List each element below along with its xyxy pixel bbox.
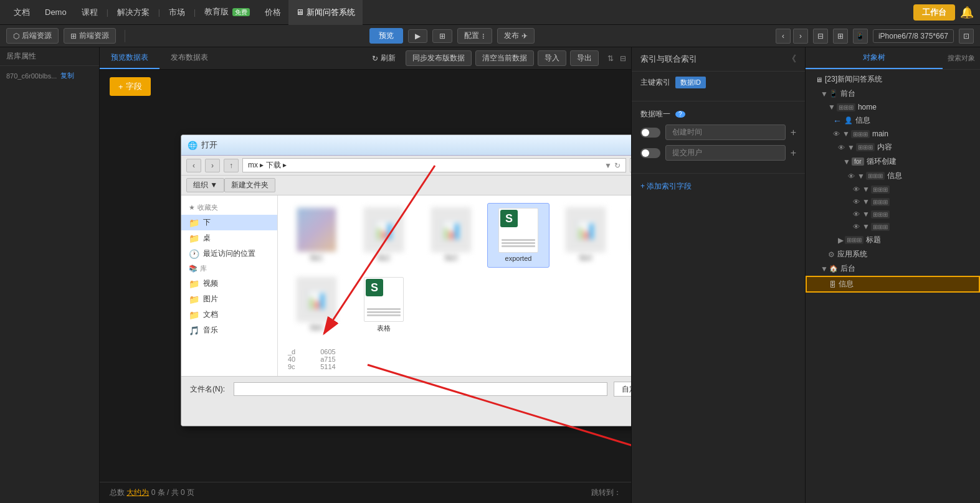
tree-arrow-extra1[interactable]: ▼ xyxy=(862,185,870,194)
filetype-select[interactable]: 自定义文件 xyxy=(614,382,631,397)
add-field-button[interactable]: + 字段 xyxy=(110,77,151,96)
file-item-blurred3[interactable]: 📊 file3 xyxy=(420,203,482,268)
file-item-blurred5[interactable]: 📊 file5 xyxy=(622,203,631,268)
tree-item-frontend[interactable]: ▼ 📱 前台 xyxy=(806,87,980,101)
tree-item-appsys[interactable]: ⚙ 应用系统 xyxy=(806,247,980,261)
filename-input[interactable] xyxy=(234,382,607,396)
file-item-blurred6[interactable]: 📊 file6 xyxy=(285,273,348,338)
preview-button[interactable]: 预览 xyxy=(369,28,403,44)
tree-arrow-backend[interactable]: ▼ xyxy=(821,265,828,273)
sort-icon[interactable]: ⇅ xyxy=(607,54,614,63)
submitter-toggle[interactable] xyxy=(640,148,660,158)
unique-help-btn[interactable]: ? xyxy=(675,111,685,118)
sidebar-music[interactable]: 🎵 音乐 xyxy=(181,322,277,338)
device-label[interactable]: iPhone6/7/8 375*667 xyxy=(873,29,954,43)
file-item-blurred2[interactable]: 📊 file2 xyxy=(353,203,415,268)
path-dropdown-icon[interactable]: ▼ xyxy=(604,161,612,170)
tree-arrow-content[interactable]: ▼ xyxy=(847,143,855,152)
grid-view-btn[interactable]: ⊞ xyxy=(432,29,452,43)
tree-arrow-extra4[interactable]: ▼ xyxy=(862,222,870,231)
tree-item-extra4[interactable]: 👁 ▼ ⊞⊞⊞ xyxy=(806,220,980,233)
tree-item-extra1[interactable]: 👁 ▼ ⊞⊞⊞ xyxy=(806,183,980,195)
filter-icon[interactable]: ⊟ xyxy=(620,54,626,63)
eye-icon-extra3[interactable]: 👁 xyxy=(853,210,860,218)
new-folder-btn[interactable]: 新建文件夹 xyxy=(224,178,275,192)
tree-item-info2[interactable]: 👁 ▼ ⊞⊞⊞ 信息 xyxy=(806,169,980,183)
tree-item-title[interactable]: ▶ ⊞⊞⊞ 标题 xyxy=(806,233,980,247)
submitter-plus[interactable]: + xyxy=(791,148,796,159)
tree-item-extra2[interactable]: 👁 ▼ ⊞⊞⊞ xyxy=(806,195,980,208)
eye-icon-extra2[interactable]: 👁 xyxy=(853,198,860,205)
layout-icon1[interactable]: ⊟ xyxy=(813,29,828,44)
bell-icon[interactable]: 🔔 xyxy=(960,6,974,19)
tab-object-tree[interactable]: 对象树 xyxy=(806,47,943,69)
nav-course[interactable]: 课程 xyxy=(74,0,105,25)
tab-publish-data[interactable]: 发布数据表 xyxy=(159,47,219,69)
tree-arrow-home[interactable]: ▼ xyxy=(828,103,835,111)
sidebar-recent[interactable]: 🕐 最近访问的位置 xyxy=(181,246,277,261)
create-time-plus[interactable]: + xyxy=(791,127,796,138)
file-item-blurred4[interactable]: 📊 file4 xyxy=(554,203,617,268)
nav-price[interactable]: 价格 xyxy=(257,0,288,25)
organize-btn[interactable]: 组织 ▼ xyxy=(186,178,224,192)
nav-education[interactable]: 教育版 免费 xyxy=(197,0,257,25)
tree-item-content[interactable]: 👁 ▼ ⊞⊞⊞ 内容 xyxy=(806,140,980,154)
tree-item-backend[interactable]: ▼ 🏠 后台 xyxy=(806,261,980,276)
file-item-biaoge[interactable]: S 表格 xyxy=(353,273,415,338)
sync-btn[interactable]: 同步发布版数据 xyxy=(406,50,472,66)
eye-icon-info2[interactable]: 👁 xyxy=(848,172,855,180)
file-item-exported[interactable]: S exported xyxy=(487,203,549,268)
submitter-field[interactable]: 提交用户 xyxy=(665,145,786,161)
refresh-btn[interactable]: ↻ 刷新 xyxy=(366,51,402,65)
nav-active-system[interactable]: 🖥新闻问答系统 xyxy=(288,0,363,25)
add-index-button[interactable]: + 添加索引字段 xyxy=(632,176,805,197)
copy-button[interactable]: 复制 xyxy=(60,71,74,80)
refresh-path-icon[interactable]: ↻ xyxy=(614,161,621,170)
sidebar-documents[interactable]: 📁 文档 xyxy=(181,307,277,322)
tree-arrow-title[interactable]: ▶ xyxy=(838,236,844,245)
sidebar-video[interactable]: 📁 视频 xyxy=(181,276,277,291)
run-button[interactable]: ▶ xyxy=(408,29,427,43)
nav-demo[interactable]: Demo xyxy=(37,0,74,25)
tree-item-extra3[interactable]: 👁 ▼ ⊞⊞⊞ xyxy=(806,208,980,220)
tree-arrow-extra2[interactable]: ▼ xyxy=(862,197,870,206)
backend-resource-btn[interactable]: ⬡ 后端资源 xyxy=(6,28,59,44)
collapse-index-btn[interactable]: 《 xyxy=(787,54,796,65)
export-btn[interactable]: 导出 xyxy=(570,50,599,66)
sidebar-pictures[interactable]: 📁 图片 xyxy=(181,291,277,307)
create-time-field[interactable]: 创建时间 xyxy=(665,125,786,140)
tree-arrow-main[interactable]: ▼ xyxy=(842,129,850,138)
back-arrow[interactable]: ‹ xyxy=(776,29,791,44)
tab-preview-data[interactable]: 预览数据表 xyxy=(100,47,159,69)
layout-icon2[interactable]: ⊞ xyxy=(833,29,848,44)
workbench-button[interactable]: 工作台 xyxy=(913,4,955,21)
nav-market[interactable]: 市场 xyxy=(161,0,193,25)
eye-icon-extra1[interactable]: 👁 xyxy=(853,186,860,193)
tree-arrow-frontend[interactable]: ▼ xyxy=(821,90,828,98)
clear-btn[interactable]: 清空当前数据 xyxy=(475,50,534,66)
tree-arrow-extra3[interactable]: ▼ xyxy=(862,210,870,219)
file-item-blurred1[interactable]: file1 xyxy=(285,203,348,268)
eye-icon-content[interactable]: 👁 xyxy=(838,144,845,151)
tree-item-system[interactable]: 🖥 [23]新闻问答系统 xyxy=(806,72,980,87)
tree-item-home[interactable]: ▼ ⊞⊞⊞ home xyxy=(806,101,980,113)
dialog-path-bar[interactable]: mx ▸ 下载 ▸ ▼ ↻ xyxy=(242,158,626,172)
tree-item-xinxi[interactable]: 🗄 信息 xyxy=(806,276,980,293)
dialog-forward-btn[interactable]: › xyxy=(205,159,220,172)
tree-item-info[interactable]: ← 👤 信息 xyxy=(806,113,980,128)
sidebar-download[interactable]: 📁 下 xyxy=(181,215,277,230)
frontend-resource-btn[interactable]: ⊞ 前端资源 xyxy=(64,28,116,44)
nav-docs[interactable]: 文档 xyxy=(6,0,37,25)
expand-icon[interactable]: ⊡ xyxy=(959,29,974,44)
sidebar-desktop[interactable]: 📁 桌 xyxy=(181,230,277,246)
dialog-search-bar[interactable]: 🔍 搜索下载 xyxy=(630,158,631,172)
nav-solutions[interactable]: 解决方案 xyxy=(110,0,157,25)
eye-icon-extra4[interactable]: 👁 xyxy=(853,223,860,230)
tree-arrow-info2[interactable]: ▼ xyxy=(857,172,865,181)
publish-button[interactable]: 发布 ✈ xyxy=(497,28,535,44)
forward-arrow[interactable]: › xyxy=(793,29,808,44)
tree-item-for-loop[interactable]: ▼ for 循环创建 xyxy=(806,154,980,169)
eye-icon-main[interactable]: 👁 xyxy=(833,130,840,138)
dialog-up-btn[interactable]: ↑ xyxy=(224,159,239,172)
footer-approx-link[interactable]: 大约为 xyxy=(126,488,149,497)
